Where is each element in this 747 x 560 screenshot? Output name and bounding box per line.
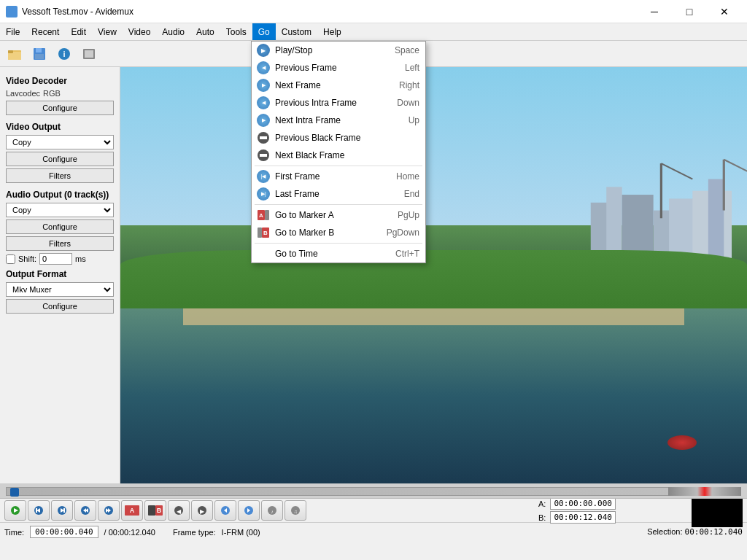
prev-black-label: Previous Black Frame [275, 133, 400, 143]
next-intra-label: Next Intra Frame [275, 115, 390, 125]
next-frame-icon: ▶ [256, 79, 271, 92]
menu-auto[interactable]: Auto [190, 23, 220, 40]
svg-rect-57 [265, 210, 269, 220]
forward-button[interactable] [51, 500, 73, 521]
menu-help[interactable]: Help [317, 23, 347, 40]
video-output-dropdown[interactable]: Copy [6, 135, 114, 149]
audio1-button[interactable]: ♪ [261, 500, 283, 521]
menu-item-go-marker-a[interactable]: A Go to Marker A PgUp [252, 206, 425, 224]
menu-audio[interactable]: Audio [156, 23, 190, 40]
vol-down-button[interactable]: ◀ [168, 500, 190, 521]
video-output-title: Video Output [6, 122, 114, 132]
menu-item-first-frame[interactable]: |◀ First Frame Home [252, 168, 425, 185]
separator-2 [255, 204, 422, 205]
menu-item-prev-intra[interactable]: ◀ Previous Intra Frame Down [252, 94, 425, 112]
marker-b-button[interactable]: B [144, 500, 166, 521]
b-time-value: 00:00:12.040 [550, 511, 615, 524]
svg-rect-25 [36, 508, 37, 513]
path-layer [183, 308, 684, 325]
menu-custom[interactable]: Custom [276, 23, 317, 40]
menu-file[interactable]: File [0, 23, 26, 40]
menu-item-next-black[interactable]: Next Black Frame [252, 147, 425, 164]
minimize-button[interactable]: ─ [638, 0, 671, 23]
total-time: / 00:00:12.040 [104, 528, 155, 537]
menu-edit[interactable]: Edit [65, 23, 92, 40]
toolbar-cut[interactable] [77, 43, 101, 65]
menu-go[interactable]: Go [252, 23, 276, 40]
first-frame-shortcut: Home [396, 171, 419, 182]
svg-text:B: B [157, 507, 162, 514]
time-display: 00:00:00.040 [30, 526, 98, 538]
next-frame-label: Next Frame [275, 80, 380, 90]
toolbar-save[interactable] [28, 43, 51, 65]
menu-item-go-time[interactable]: Go to Time Ctrl+T [252, 245, 425, 262]
menu-item-next-intra[interactable]: ▶ Next Intra Frame Up [252, 112, 425, 129]
title-controls: ─ □ ✕ [638, 0, 741, 23]
timeline-bar[interactable] [0, 484, 747, 499]
svg-rect-55 [260, 154, 267, 157]
prev-fast-button[interactable] [74, 500, 96, 521]
output-format-configure[interactable]: Configure [6, 299, 114, 314]
svg-rect-53 [260, 136, 267, 139]
mini-preview [668, 487, 741, 496]
next-fast-button[interactable] [98, 500, 120, 521]
prev-intra-icon: ◀ [256, 96, 271, 109]
video-decoder-title: Video Decoder [6, 76, 114, 86]
frame-type-label: Frame type: [173, 528, 216, 537]
app-icon [6, 6, 18, 18]
menu-video[interactable]: Video [123, 23, 156, 40]
video-output-filters[interactable]: Filters [6, 168, 114, 183]
menu-item-last-frame[interactable]: ▶| Last Frame End [252, 185, 425, 203]
maximize-button[interactable]: □ [673, 0, 706, 23]
toolbar-open[interactable] [3, 43, 26, 65]
close-button[interactable]: ✕ [708, 0, 741, 23]
vol-up-button[interactable]: ▶ [191, 500, 213, 521]
menu-item-prev-black[interactable]: Previous Black Frame [252, 129, 425, 147]
video-decoder-configure[interactable]: Configure [6, 101, 114, 115]
audio2-button[interactable]: ♫ [285, 500, 306, 521]
shift-checkbox[interactable] [6, 254, 15, 264]
time-label: Time: [4, 528, 24, 537]
svg-rect-5 [35, 54, 44, 59]
video-output-configure[interactable]: Configure [6, 152, 114, 166]
svg-text:▶: ▶ [200, 508, 205, 515]
toolbar-info[interactable]: i [53, 43, 76, 65]
timeline-thumb[interactable] [10, 488, 19, 497]
output-format-dropdown[interactable]: Mkv Muxer [6, 282, 114, 297]
audio-output-configure[interactable]: Configure [6, 219, 114, 234]
menu-view[interactable]: View [92, 23, 123, 40]
go-marker-a-shortcut: PgUp [398, 210, 419, 220]
menu-item-next-frame[interactable]: ▶ Next Frame Right [252, 77, 425, 94]
menu-item-previous-frame[interactable]: ◀ Previous Frame Left [252, 59, 425, 77]
play-button[interactable] [4, 500, 26, 521]
transport-controls: A B ◀ ▶ ♪ ♫ A: 00:00:00.000 [0, 499, 747, 522]
window-title: Vessoft Test.mov - Avidemux [22, 7, 133, 17]
menu-recent[interactable]: Recent [26, 23, 65, 40]
audio-output-dropdown[interactable]: Copy [6, 203, 114, 217]
svg-text:♫: ♫ [293, 509, 297, 514]
water-layer [120, 308, 747, 483]
first-frame-icon: |◀ [256, 170, 271, 183]
timeline-track[interactable] [6, 487, 741, 496]
selection-label: Selection: [647, 527, 682, 536]
menu-tools[interactable]: Tools [220, 23, 252, 40]
prev-intra-shortcut: Down [397, 98, 419, 108]
audio-output-filters[interactable]: Filters [6, 236, 114, 251]
separator-3 [255, 243, 422, 244]
shift-input[interactable] [39, 253, 72, 265]
previous-frame-label: Previous Frame [275, 63, 386, 73]
marker-a-button[interactable]: A [121, 500, 143, 521]
last-frame-shortcut: End [404, 189, 419, 199]
go-time-label: Go to Time [275, 249, 376, 259]
shift-row: Shift: ms [6, 253, 114, 265]
svg-rect-9 [85, 50, 93, 58]
shift-label: Shift: [18, 254, 36, 263]
menu-item-go-marker-b[interactable]: B Go to Marker B PgDown [252, 224, 425, 241]
next-frame-button[interactable] [238, 500, 260, 521]
right-info-panel: A: 00:00:00.000 B: 00:00:12.040 [538, 497, 684, 524]
title-bar: Vessoft Test.mov - Avidemux ─ □ ✕ [0, 0, 747, 23]
menu-item-play-stop[interactable]: ▶ Play/Stop Space [252, 42, 425, 59]
prev-frame-button[interactable] [214, 500, 236, 521]
rewind-button[interactable] [28, 500, 50, 521]
prev-black-icon [256, 131, 271, 144]
